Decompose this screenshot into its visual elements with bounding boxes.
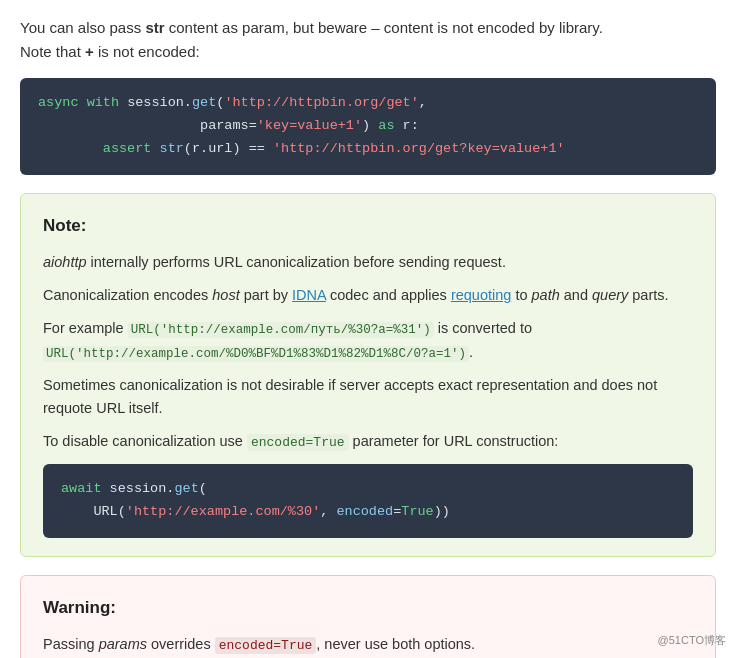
requoting-link[interactable]: requoting bbox=[451, 287, 511, 303]
note-para-2: Canonicalization encodes host part by ID… bbox=[43, 284, 693, 307]
kw-encoded: encoded bbox=[336, 504, 393, 519]
warning-title: Warning: bbox=[43, 594, 693, 621]
url-result-code: URL('http://example.com/%D0%BF%D1%83%D1%… bbox=[43, 346, 469, 362]
warning-box: Warning: Passing params overrides encode… bbox=[20, 575, 716, 658]
plus-bold: + bbox=[85, 43, 94, 60]
str-result-url: 'http://httpbin.org/get?key=value+1' bbox=[273, 141, 565, 156]
host-italic: host bbox=[212, 287, 239, 303]
kw-true: True bbox=[401, 504, 433, 519]
note-para-3: For example URL('http://example.com/путь… bbox=[43, 317, 693, 363]
code-block-1: async with session.get('http://httpbin.o… bbox=[20, 78, 716, 175]
kw-as: as bbox=[378, 118, 394, 133]
query-italic: query bbox=[592, 287, 628, 303]
intro-paragraph: You can also pass str content as param, … bbox=[20, 16, 716, 64]
note-title: Note: bbox=[43, 212, 693, 239]
code-block-2: await session.get( URL('http://example.c… bbox=[43, 464, 693, 538]
encoded-true-warning-code: encoded=True bbox=[215, 637, 317, 654]
fn-get: get bbox=[192, 95, 216, 110]
note-para-1: aiohttp internally performs URL canonica… bbox=[43, 251, 693, 274]
watermark: @51CTO博客 bbox=[658, 632, 726, 650]
warning-para: Passing params overrides encoded=True, n… bbox=[43, 633, 693, 657]
kw-async: async bbox=[38, 95, 79, 110]
str-url2: 'http://example.com/%30' bbox=[126, 504, 320, 519]
idna-link[interactable]: IDNA bbox=[292, 287, 326, 303]
fn-str: str bbox=[160, 141, 184, 156]
note-para-5: To disable canonicalization use encoded=… bbox=[43, 430, 693, 454]
str-url: 'http://httpbin.org/get' bbox=[224, 95, 418, 110]
aiohttp-italic: aiohttp bbox=[43, 254, 87, 270]
str-bold: str bbox=[145, 19, 164, 36]
fn-get2: get bbox=[174, 481, 198, 496]
params-italic: params bbox=[99, 636, 147, 652]
kw-await: await bbox=[61, 481, 102, 496]
note-para-4: Sometimes canonicalization is not desira… bbox=[43, 374, 693, 420]
note-box: Note: aiohttp internally performs URL ca… bbox=[20, 193, 716, 557]
kw-assert: assert bbox=[103, 141, 152, 156]
encoded-true-inline: encoded=True bbox=[247, 434, 349, 451]
str-params: 'key=value+1' bbox=[257, 118, 362, 133]
url-example-code: URL('http://example.com/путь/%30?a=%31') bbox=[128, 322, 434, 338]
path-italic: path bbox=[532, 287, 560, 303]
kw-with: with bbox=[87, 95, 119, 110]
